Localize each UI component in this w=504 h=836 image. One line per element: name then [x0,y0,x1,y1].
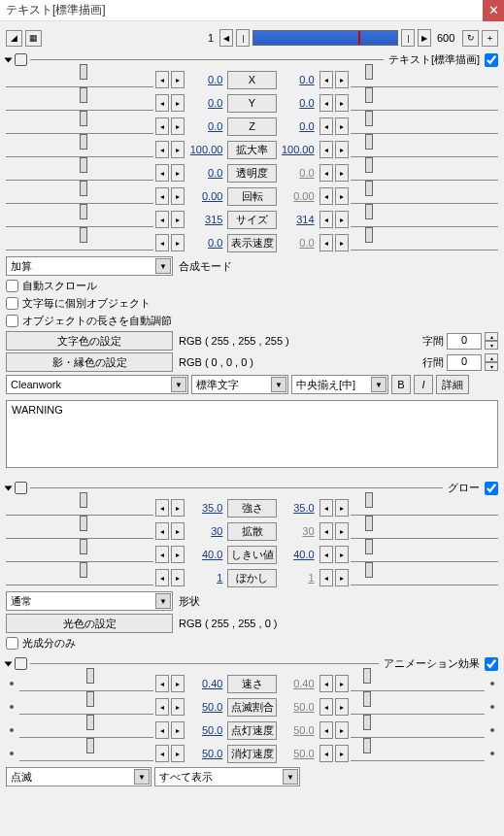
param-value-right[interactable]: 50.0 [279,748,318,759]
param-slider-right[interactable] [351,722,485,738]
param-label-button[interactable]: 透明度 [227,164,276,183]
line-spacing-input[interactable]: 0 [447,354,482,371]
param-value-right[interactable]: 0.0 [279,120,318,132]
char-spacing-input[interactable]: 0 [447,333,482,350]
spin-left-button[interactable]: ◂ [319,164,333,182]
spin-left-button[interactable]: ◂ [319,522,333,540]
param-value-right[interactable]: 0.00 [279,190,318,202]
spin-right-button[interactable]: ▸ [171,745,185,762]
param-label-button[interactable]: 速さ [227,675,276,693]
light-only-checkbox[interactable] [6,637,18,650]
param-slider-left[interactable] [6,212,153,227]
param-label-button[interactable]: Y [227,94,276,113]
frame-end[interactable]: 600 [434,32,459,44]
spin-left-button[interactable]: ◂ [319,234,333,251]
spin-right-button[interactable]: ▸ [335,141,349,158]
spin-right-button[interactable]: ▸ [171,721,185,739]
param-label-button[interactable]: 表示速度 [227,234,276,252]
param-value-left[interactable]: 40.0 [186,549,225,560]
spin-left-button[interactable]: ◂ [155,211,169,228]
param-slider-left[interactable] [6,95,153,111]
font-select[interactable]: Cleanwork▼ [6,375,188,394]
spin-right-button[interactable]: ▸ [335,187,349,205]
spin-left-button[interactable]: ◂ [319,721,333,739]
spin-left-button[interactable]: ◂ [155,94,169,112]
section-anim-enable-checkbox[interactable] [485,657,498,671]
param-slider-right[interactable] [351,142,498,157]
spin-right-button[interactable]: ▸ [335,94,349,112]
tool-icon-b[interactable]: ▦ [25,30,42,47]
per-char-checkbox[interactable] [6,297,18,310]
param-value-left[interactable]: 0.0 [186,74,225,85]
spin-right-button[interactable]: ▸ [335,71,349,88]
spin-left-button[interactable]: ◂ [155,569,169,586]
param-slider-right[interactable] [351,500,498,516]
spin-right-button[interactable]: ▸ [171,675,185,692]
param-slider-right[interactable] [351,676,485,691]
param-slider-right[interactable] [351,188,498,204]
spin-left-button[interactable]: ◂ [319,569,333,586]
spin-left-button[interactable]: ◂ [155,745,169,762]
param-value-right[interactable]: 0.0 [279,97,318,109]
drag-handle-icon[interactable] [15,53,27,66]
param-slider-left[interactable] [6,235,153,251]
char-spacing-up[interactable]: ▴ [485,332,498,341]
param-value-right[interactable]: 314 [279,214,318,225]
param-slider-left[interactable] [6,188,153,204]
collapse-text-icon[interactable] [5,57,13,62]
param-slider-left[interactable] [6,500,153,516]
anim-type-select[interactable]: 点滅▼ [6,767,151,786]
spin-left-button[interactable]: ◂ [319,117,333,135]
param-slider-right[interactable] [351,235,498,251]
param-value-right[interactable]: 0.0 [279,74,318,85]
spin-right-button[interactable]: ▸ [171,698,185,716]
param-slider-right[interactable] [351,699,485,715]
param-slider-right[interactable] [351,95,498,111]
param-slider-right[interactable] [351,212,498,227]
spin-right-button[interactable]: ▸ [335,522,349,540]
next-keyframe-button[interactable]: ▶ [418,29,431,47]
prev-keyframe-button[interactable]: ◀ [219,29,233,47]
spin-left-button[interactable]: ◂ [155,187,169,205]
param-label-button[interactable]: 消灯速度 [227,745,276,763]
detail-button[interactable]: 詳細 [436,375,469,394]
spin-left-button[interactable]: ◂ [319,187,333,205]
param-label-button[interactable]: 点滅割合 [227,698,276,717]
spin-right-button[interactable]: ▸ [335,164,349,182]
param-value-right[interactable]: 0.40 [279,678,318,689]
spin-left-button[interactable]: ◂ [155,234,169,251]
spin-right-button[interactable]: ▸ [171,546,185,563]
autoscroll-checkbox[interactable] [6,280,18,292]
prev-frame-button[interactable]: ❘ [236,29,250,47]
param-value-right[interactable]: 50.0 [279,701,318,713]
spin-right-button[interactable]: ▸ [335,117,349,135]
rendering-select[interactable]: 標準文字▼ [191,375,288,394]
param-label-button[interactable]: 回転 [227,187,276,206]
light-color-button[interactable]: 光色の設定 [6,614,173,633]
spin-left-button[interactable]: ◂ [155,698,169,716]
param-value-right[interactable]: 0.0 [279,237,318,249]
param-slider-left[interactable] [19,699,153,715]
param-slider-left[interactable] [19,722,153,738]
shadow-color-button[interactable]: 影・縁色の設定 [6,352,173,372]
drag-handle-icon[interactable] [15,482,27,494]
spin-right-button[interactable]: ▸ [335,721,349,739]
spin-right-button[interactable]: ▸ [335,499,349,517]
param-value-right[interactable]: 40.0 [279,549,318,560]
spin-right-button[interactable]: ▸ [171,117,185,135]
tool-icon-a[interactable]: ◢ [6,30,22,47]
spin-right-button[interactable]: ▸ [171,141,185,158]
param-value-right[interactable]: 100.00 [279,144,318,155]
spin-left-button[interactable]: ◂ [155,164,169,182]
line-spacing-up[interactable]: ▴ [485,353,498,362]
spin-right-button[interactable]: ▸ [171,187,185,205]
spin-right-button[interactable]: ▸ [171,522,185,540]
section-text-enable-checkbox[interactable] [485,53,498,67]
param-slider-left[interactable] [6,142,153,157]
drag-handle-icon[interactable] [15,657,27,670]
param-value-left[interactable]: 0.00 [186,190,225,202]
param-value-left[interactable]: 0.0 [186,167,225,179]
spin-right-button[interactable]: ▸ [171,569,185,586]
param-label-button[interactable]: サイズ [227,211,276,229]
collapse-glow-icon[interactable] [5,485,13,490]
